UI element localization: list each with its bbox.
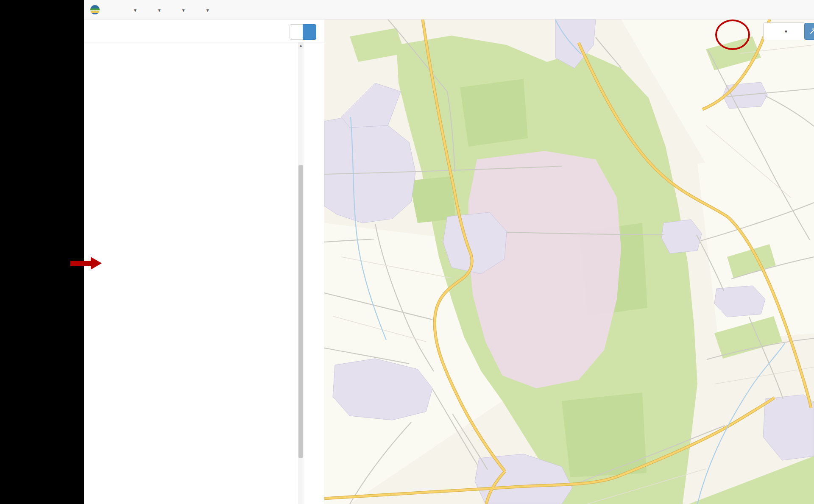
- annotation-arrow-head-icon: [91, 257, 102, 270]
- legend-button[interactable]: [290, 24, 303, 40]
- panel-scrollbar[interactable]: ▲: [298, 42, 304, 504]
- chevron-down-icon: ▼: [157, 8, 162, 13]
- layer-panel: ▲: [84, 19, 324, 504]
- base-map: [324, 19, 814, 504]
- panel-button-group: [290, 24, 316, 40]
- kreis-dueren-logo-icon: [90, 5, 100, 15]
- menu-service[interactable]: ▼: [204, 6, 210, 13]
- layer-list: [87, 42, 302, 504]
- map-viewport[interactable]: ▼: [324, 19, 814, 504]
- annotation-arrow: [70, 261, 91, 266]
- measure-button[interactable]: [804, 23, 814, 40]
- menu-ausgabe[interactable]: ▼: [156, 6, 162, 13]
- chevron-down-icon: ▼: [181, 8, 186, 13]
- layer-panel-header: [84, 19, 324, 42]
- app-window: ▼ ▼ ▼ ▼ ▲: [0, 0, 814, 504]
- menu-suchen[interactable]: ▼: [132, 6, 137, 13]
- left-margin: [0, 0, 84, 504]
- chevron-down-icon: ▼: [133, 8, 137, 13]
- scroll-up-icon[interactable]: ▲: [298, 42, 304, 49]
- restricted-zone: [468, 151, 621, 388]
- chevron-down-icon: ▼: [784, 29, 788, 34]
- chevron-down-icon: ▼: [206, 8, 210, 13]
- menu-werkzeuge[interactable]: ▼: [180, 6, 186, 13]
- measure-icon: [808, 27, 814, 36]
- top-navbar: ▼ ▼ ▼ ▼: [84, 0, 814, 19]
- scale-select[interactable]: ▼: [763, 22, 805, 40]
- close-button[interactable]: [303, 24, 316, 40]
- scrollbar-thumb[interactable]: [298, 165, 303, 458]
